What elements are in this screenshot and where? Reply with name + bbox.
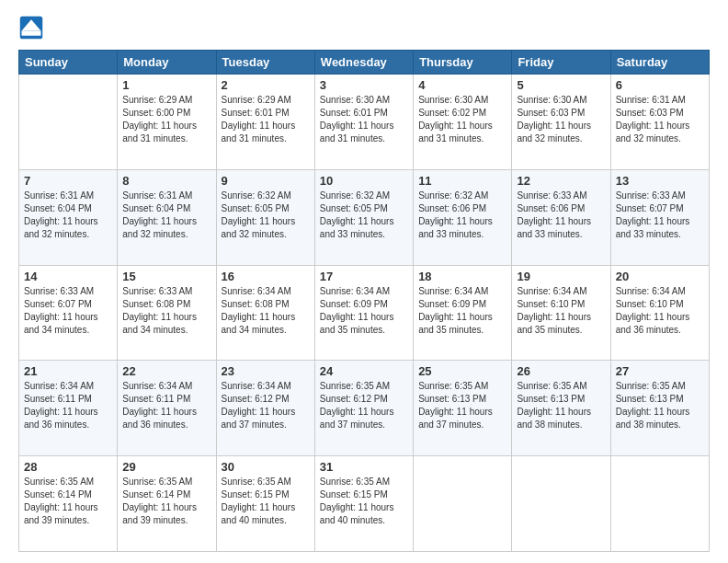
day-info: Sunrise: 6:29 AM Sunset: 6:01 PM Dayligh… (222, 94, 310, 145)
calendar-cell: 22Sunrise: 6:34 AM Sunset: 6:11 PM Dayli… (118, 361, 216, 456)
day-number: 21 (24, 364, 112, 378)
calendar-cell: 31Sunrise: 6:35 AM Sunset: 6:15 PM Dayli… (314, 456, 413, 552)
calendar-cell: 1Sunrise: 6:29 AM Sunset: 6:00 PM Daylig… (118, 75, 216, 170)
day-number: 10 (320, 174, 408, 188)
day-number: 12 (517, 174, 605, 188)
day-info: Sunrise: 6:35 AM Sunset: 6:15 PM Dayligh… (320, 476, 408, 527)
calendar-header-row: SundayMondayTuesdayWednesdayThursdayFrid… (19, 51, 710, 75)
day-number: 18 (418, 270, 506, 283)
weekday-header: Friday (512, 51, 610, 75)
day-info: Sunrise: 6:33 AM Sunset: 6:08 PM Dayligh… (122, 285, 210, 337)
day-info: Sunrise: 6:30 AM Sunset: 6:02 PM Dayligh… (418, 94, 506, 145)
calendar-week-row: 14Sunrise: 6:33 AM Sunset: 6:07 PM Dayli… (19, 265, 710, 361)
day-number: 1 (122, 78, 210, 92)
day-number: 13 (616, 174, 704, 188)
day-number: 28 (24, 460, 112, 474)
day-info: Sunrise: 6:32 AM Sunset: 6:06 PM Dayligh… (418, 190, 506, 241)
calendar-cell: 16Sunrise: 6:34 AM Sunset: 6:08 PM Dayli… (216, 265, 314, 361)
day-info: Sunrise: 6:30 AM Sunset: 6:03 PM Dayligh… (517, 94, 605, 145)
calendar-cell: 19Sunrise: 6:34 AM Sunset: 6:10 PM Dayli… (512, 265, 610, 361)
weekday-header: Wednesday (314, 51, 413, 75)
day-number: 25 (418, 364, 506, 378)
day-number: 2 (222, 78, 310, 92)
calendar-cell: 9Sunrise: 6:32 AM Sunset: 6:05 PM Daylig… (216, 169, 314, 265)
day-number: 27 (616, 364, 704, 378)
calendar-week-row: 7Sunrise: 6:31 AM Sunset: 6:04 PM Daylig… (19, 169, 710, 265)
calendar-cell: 17Sunrise: 6:34 AM Sunset: 6:09 PM Dayli… (314, 265, 413, 361)
day-info: Sunrise: 6:34 AM Sunset: 6:08 PM Dayligh… (222, 285, 310, 337)
calendar-cell: 5Sunrise: 6:30 AM Sunset: 6:03 PM Daylig… (512, 75, 610, 170)
day-info: Sunrise: 6:34 AM Sunset: 6:10 PM Dayligh… (517, 285, 605, 337)
weekday-header: Sunday (19, 51, 118, 75)
day-number: 11 (418, 174, 506, 188)
day-info: Sunrise: 6:33 AM Sunset: 6:07 PM Dayligh… (616, 190, 704, 241)
calendar-cell (414, 456, 512, 552)
calendar-cell: 3Sunrise: 6:30 AM Sunset: 6:01 PM Daylig… (314, 75, 413, 170)
day-info: Sunrise: 6:35 AM Sunset: 6:14 PM Dayligh… (24, 476, 112, 527)
day-number: 17 (320, 270, 408, 283)
day-number: 26 (517, 364, 605, 378)
calendar-cell: 26Sunrise: 6:35 AM Sunset: 6:13 PM Dayli… (512, 361, 610, 456)
day-number: 3 (320, 78, 408, 92)
svg-rect-2 (22, 31, 41, 36)
day-info: Sunrise: 6:34 AM Sunset: 6:11 PM Dayligh… (24, 380, 112, 431)
day-info: Sunrise: 6:31 AM Sunset: 6:04 PM Dayligh… (24, 190, 112, 241)
day-info: Sunrise: 6:33 AM Sunset: 6:07 PM Dayligh… (24, 285, 112, 337)
calendar-cell: 18Sunrise: 6:34 AM Sunset: 6:09 PM Dayli… (414, 265, 512, 361)
calendar-week-row: 21Sunrise: 6:34 AM Sunset: 6:11 PM Dayli… (19, 361, 710, 456)
calendar-cell (19, 75, 118, 170)
calendar-cell: 14Sunrise: 6:33 AM Sunset: 6:07 PM Dayli… (19, 265, 118, 361)
day-number: 19 (517, 270, 605, 283)
day-info: Sunrise: 6:35 AM Sunset: 6:13 PM Dayligh… (418, 380, 506, 431)
calendar-cell: 30Sunrise: 6:35 AM Sunset: 6:15 PM Dayli… (216, 456, 314, 552)
calendar-cell: 7Sunrise: 6:31 AM Sunset: 6:04 PM Daylig… (19, 169, 118, 265)
day-number: 16 (222, 270, 310, 283)
calendar-cell: 10Sunrise: 6:32 AM Sunset: 6:05 PM Dayli… (314, 169, 413, 265)
calendar-cell: 6Sunrise: 6:31 AM Sunset: 6:03 PM Daylig… (610, 75, 709, 170)
day-number: 8 (122, 174, 210, 188)
calendar-cell: 2Sunrise: 6:29 AM Sunset: 6:01 PM Daylig… (216, 75, 314, 170)
weekday-header: Tuesday (216, 51, 314, 75)
day-number: 31 (320, 460, 408, 474)
calendar-cell: 24Sunrise: 6:35 AM Sunset: 6:12 PM Dayli… (314, 361, 413, 456)
day-info: Sunrise: 6:34 AM Sunset: 6:09 PM Dayligh… (418, 285, 506, 337)
day-info: Sunrise: 6:31 AM Sunset: 6:04 PM Dayligh… (122, 190, 210, 241)
day-number: 22 (122, 364, 210, 378)
day-number: 14 (24, 270, 112, 283)
calendar-cell: 27Sunrise: 6:35 AM Sunset: 6:13 PM Dayli… (610, 361, 709, 456)
day-number: 29 (122, 460, 210, 474)
calendar-cell: 21Sunrise: 6:34 AM Sunset: 6:11 PM Dayli… (19, 361, 118, 456)
day-info: Sunrise: 6:35 AM Sunset: 6:12 PM Dayligh… (320, 380, 408, 431)
calendar-cell: 25Sunrise: 6:35 AM Sunset: 6:13 PM Dayli… (414, 361, 512, 456)
calendar-cell: 8Sunrise: 6:31 AM Sunset: 6:04 PM Daylig… (118, 169, 216, 265)
day-number: 4 (418, 78, 506, 92)
calendar-cell: 23Sunrise: 6:34 AM Sunset: 6:12 PM Dayli… (216, 361, 314, 456)
day-info: Sunrise: 6:35 AM Sunset: 6:13 PM Dayligh… (616, 380, 704, 431)
day-number: 5 (517, 78, 605, 92)
day-number: 30 (222, 460, 310, 474)
day-info: Sunrise: 6:35 AM Sunset: 6:13 PM Dayligh… (517, 380, 605, 431)
calendar-cell: 4Sunrise: 6:30 AM Sunset: 6:02 PM Daylig… (414, 75, 512, 170)
logo-icon (18, 15, 44, 40)
calendar-cell: 29Sunrise: 6:35 AM Sunset: 6:14 PM Dayli… (118, 456, 216, 552)
day-number: 15 (122, 270, 210, 283)
day-info: Sunrise: 6:30 AM Sunset: 6:01 PM Dayligh… (320, 94, 408, 145)
calendar-cell (512, 456, 610, 552)
day-number: 9 (222, 174, 310, 188)
day-info: Sunrise: 6:32 AM Sunset: 6:05 PM Dayligh… (222, 190, 310, 241)
day-info: Sunrise: 6:34 AM Sunset: 6:12 PM Dayligh… (222, 380, 310, 431)
day-info: Sunrise: 6:34 AM Sunset: 6:10 PM Dayligh… (616, 285, 704, 337)
logo (18, 15, 48, 40)
header (18, 15, 710, 40)
day-number: 20 (616, 270, 704, 283)
calendar-cell: 11Sunrise: 6:32 AM Sunset: 6:06 PM Dayli… (414, 169, 512, 265)
calendar-cell: 12Sunrise: 6:33 AM Sunset: 6:06 PM Dayli… (512, 169, 610, 265)
calendar-week-row: 1Sunrise: 6:29 AM Sunset: 6:00 PM Daylig… (19, 75, 710, 170)
calendar-cell: 20Sunrise: 6:34 AM Sunset: 6:10 PM Dayli… (610, 265, 709, 361)
calendar-cell: 15Sunrise: 6:33 AM Sunset: 6:08 PM Dayli… (118, 265, 216, 361)
day-info: Sunrise: 6:32 AM Sunset: 6:05 PM Dayligh… (320, 190, 408, 241)
day-info: Sunrise: 6:34 AM Sunset: 6:11 PM Dayligh… (122, 380, 210, 431)
weekday-header: Saturday (610, 51, 709, 75)
weekday-header: Monday (118, 51, 216, 75)
day-number: 24 (320, 364, 408, 378)
